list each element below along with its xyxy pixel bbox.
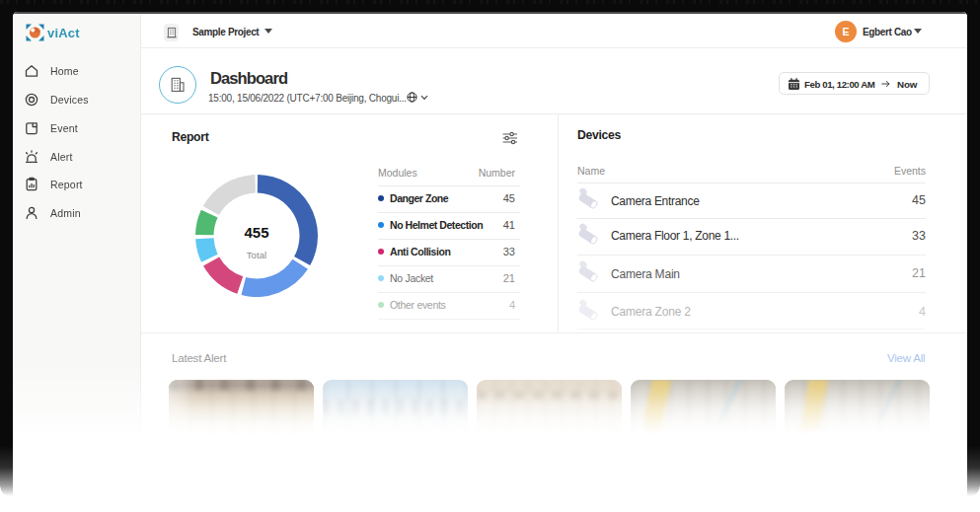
svg-text:viAct: viAct — [47, 26, 80, 40]
